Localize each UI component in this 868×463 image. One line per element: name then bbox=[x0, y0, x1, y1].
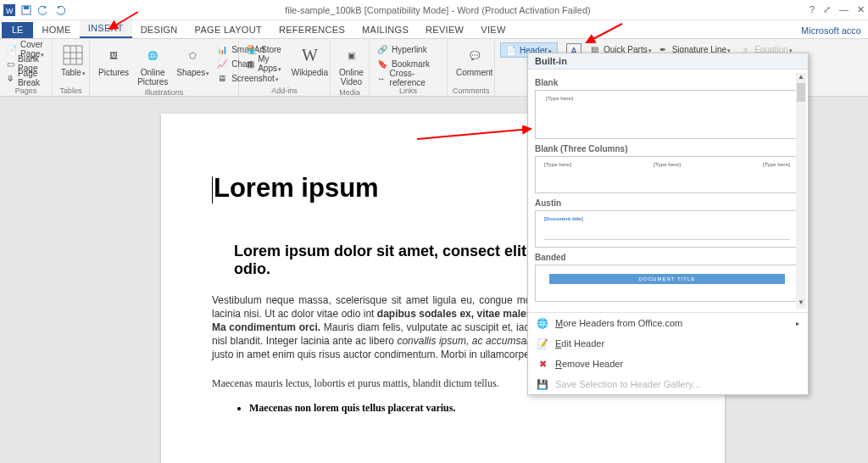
chevron-right-icon: ▸ bbox=[796, 320, 799, 327]
tab-mailings[interactable]: MAILINGS bbox=[353, 22, 417, 38]
tab-references[interactable]: REFERENCES bbox=[270, 22, 353, 38]
save-selection-link: 💾Save Selection to Header Gallery... bbox=[528, 374, 808, 394]
remove-header-link[interactable]: ✖Remove Header bbox=[528, 354, 808, 374]
tab-view[interactable]: VIEW bbox=[472, 22, 514, 38]
online-video-button[interactable]: ▣Online Video bbox=[336, 42, 367, 87]
gallery-section-label: Built-in bbox=[528, 53, 808, 70]
online-pictures-icon: 🌐 bbox=[141, 43, 164, 67]
shapes-button[interactable]: ⬠Shapes bbox=[173, 42, 213, 79]
account-link[interactable]: Microsoft acco bbox=[796, 23, 866, 38]
office-icon: 🌐 bbox=[537, 317, 548, 329]
page-break-icon: ⤋ bbox=[7, 72, 14, 84]
gallery-cat-blank: Blank bbox=[535, 78, 799, 87]
gallery-item-three-columns[interactable]: [Type here][Type here][Type here] bbox=[535, 156, 799, 193]
gallery-cat-banded: Banded bbox=[535, 253, 799, 262]
cover-page-icon: 📄 bbox=[7, 43, 17, 55]
smartart-icon: 📊 bbox=[216, 43, 228, 55]
undo-icon[interactable] bbox=[37, 4, 49, 16]
scroll-down-icon[interactable]: ▼ bbox=[796, 298, 806, 309]
gallery-scrollbar[interactable]: ▲ ▼ bbox=[796, 73, 806, 309]
tab-page-layout[interactable]: PAGE LAYOUT bbox=[186, 22, 270, 38]
help-icon[interactable]: ? bbox=[810, 4, 815, 15]
group-comments-label: Comments bbox=[453, 86, 489, 95]
annotation-arrow-gallery bbox=[415, 126, 534, 142]
gallery-item-banded[interactable]: DOCUMENT TITLE bbox=[535, 265, 799, 302]
gallery-cat-three: Blank (Three Columns) bbox=[535, 144, 799, 153]
comment-icon: 💬 bbox=[463, 43, 487, 67]
close-icon[interactable]: ✕ bbox=[857, 4, 865, 15]
annotation-arrow-header bbox=[583, 22, 624, 46]
group-illustrations-label: Illustrations bbox=[95, 88, 233, 97]
more-headers-link[interactable]: 🌐MMore Headers from Office.comore Header… bbox=[528, 313, 808, 333]
doc-list-item[interactable]: Maecenas non lorem quis tellus placerat … bbox=[249, 402, 674, 415]
screenshot-icon: 🖥 bbox=[216, 72, 228, 84]
svg-rect-3 bbox=[24, 6, 29, 9]
gallery-cat-austin: Austin bbox=[535, 198, 799, 208]
tab-file[interactable]: LE bbox=[2, 22, 33, 38]
ribbon-display-icon[interactable]: ⤢ bbox=[823, 4, 831, 15]
bookmark-icon: 🔖 bbox=[376, 58, 388, 70]
edit-header-icon: 📝 bbox=[537, 337, 548, 349]
store-icon: 🏪 bbox=[246, 43, 258, 55]
header-gallery-popup: Built-in Blank [Type here] Blank (Three … bbox=[527, 53, 809, 395]
scroll-up-icon[interactable]: ▲ bbox=[796, 73, 806, 83]
svg-rect-4 bbox=[64, 46, 82, 64]
tab-design[interactable]: DESIGN bbox=[132, 22, 186, 38]
blank-page-icon: ▭ bbox=[7, 58, 14, 70]
word-app-icon: W bbox=[3, 4, 15, 16]
video-icon: ▣ bbox=[339, 43, 363, 67]
group-pages-label: Pages bbox=[5, 86, 47, 95]
hyperlink-button[interactable]: 🔗Hyperlink bbox=[375, 42, 442, 56]
window-title: file-sample_100kB [Compatibility Mode] -… bbox=[66, 5, 810, 15]
table-icon bbox=[61, 43, 85, 67]
pictures-button[interactable]: 🖼Pictures bbox=[95, 42, 132, 78]
redo-icon[interactable] bbox=[54, 4, 66, 16]
hyperlink-icon: 🔗 bbox=[376, 43, 388, 55]
tab-review[interactable]: REVIEW bbox=[417, 22, 472, 38]
page-break-button[interactable]: ⤋Page Break bbox=[5, 71, 47, 85]
group-media-label: Media bbox=[336, 88, 364, 97]
remove-header-icon: ✖ bbox=[537, 358, 548, 370]
svg-line-9 bbox=[109, 12, 138, 29]
tab-home[interactable]: HOME bbox=[33, 22, 79, 38]
chart-icon: 📈 bbox=[216, 58, 228, 70]
myapps-button[interactable]: ▦My Apps bbox=[244, 57, 287, 70]
gallery-item-austin[interactable]: [Document title] bbox=[535, 210, 799, 248]
svg-line-10 bbox=[587, 24, 622, 42]
scroll-thumb[interactable] bbox=[797, 83, 805, 102]
svg-text:W: W bbox=[6, 7, 14, 15]
table-button[interactable]: Table bbox=[58, 42, 89, 79]
wikipedia-icon: W bbox=[298, 43, 321, 67]
crossref-button[interactable]: ↔Cross-reference bbox=[375, 71, 442, 85]
svg-line-11 bbox=[417, 129, 531, 139]
header-icon: 📄 bbox=[506, 46, 516, 55]
annotation-arrow-insert bbox=[106, 10, 140, 32]
save-gallery-icon: 💾 bbox=[537, 378, 548, 390]
crossref-icon: ↔ bbox=[376, 72, 387, 84]
gallery-item-blank[interactable]: [Type here] bbox=[535, 90, 799, 139]
comment-button[interactable]: 💬Comment bbox=[453, 42, 496, 78]
group-links-label: Links bbox=[375, 86, 442, 95]
online-pictures-button[interactable]: 🌐Online Pictures bbox=[134, 42, 171, 87]
edit-header-link[interactable]: 📝Edit Header bbox=[528, 333, 808, 354]
group-addins-label: Add-ins bbox=[244, 86, 325, 95]
save-icon[interactable] bbox=[20, 4, 32, 16]
apps-icon: ▦ bbox=[246, 58, 254, 70]
shapes-icon: ⬠ bbox=[181, 43, 205, 67]
group-tables-label: Tables bbox=[58, 86, 84, 95]
minimize-icon[interactable]: — bbox=[839, 4, 849, 15]
wikipedia-button[interactable]: WWikipedia bbox=[288, 42, 331, 78]
pictures-icon: 🖼 bbox=[102, 43, 125, 67]
